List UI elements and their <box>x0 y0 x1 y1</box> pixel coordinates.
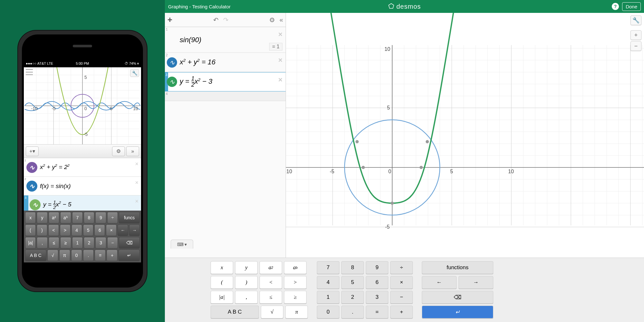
close-icon[interactable]: × <box>278 56 282 64</box>
key-4[interactable]: 4 <box>71 224 82 236</box>
menu-icon[interactable] <box>26 69 33 75</box>
key-square[interactable]: a2 <box>260 261 282 274</box>
key-funcs[interactable]: funcs <box>119 212 140 223</box>
key-3[interactable]: 3 <box>95 237 106 249</box>
key-2[interactable]: 2 <box>84 237 94 249</box>
wave-icon[interactable]: ∿ <box>167 77 177 87</box>
close-icon[interactable]: × <box>278 76 282 84</box>
key-square[interactable]: a² <box>49 212 59 223</box>
key-enter[interactable]: ↵ <box>118 250 140 261</box>
key-dot[interactable]: . <box>341 306 364 318</box>
key-functions[interactable]: functions <box>422 261 493 274</box>
key-pi[interactable]: π <box>59 250 70 261</box>
key-7[interactable]: 7 <box>317 261 339 274</box>
key-left[interactable]: ← <box>118 224 128 236</box>
key-0[interactable]: 0 <box>71 250 82 261</box>
redo-icon[interactable]: ↷ <box>223 16 229 24</box>
key-abc[interactable]: A B C <box>25 250 46 261</box>
add-expression-button[interactable]: +▾ <box>26 147 39 156</box>
key-power[interactable]: aᵇ <box>60 212 71 223</box>
key-abs[interactable]: |a| <box>211 291 233 304</box>
add-expression-button[interactable]: + <box>167 15 172 25</box>
key-enter[interactable]: ↵ <box>422 306 493 318</box>
key-5[interactable]: 5 <box>341 276 364 289</box>
key-lt[interactable]: < <box>260 276 282 289</box>
key-minus[interactable]: − <box>390 291 413 304</box>
key-ge[interactable]: ≥ <box>284 291 307 304</box>
expression-row[interactable]: 1 sin(90) × = 1 <box>165 27 286 53</box>
key-right[interactable]: → <box>459 276 493 289</box>
key-le[interactable]: ≤ <box>49 237 59 249</box>
expression-row-empty[interactable]: 4 <box>165 91 286 101</box>
key-plus[interactable]: + <box>107 250 118 261</box>
key-times[interactable]: × <box>106 224 117 236</box>
wave-icon[interactable]: ∿ <box>26 181 37 192</box>
wave-icon[interactable]: ∿ <box>26 162 37 173</box>
key-3[interactable]: 3 <box>366 291 388 304</box>
expression-row[interactable]: 3 ∿ y = 12x2 − 3 × <box>165 72 286 91</box>
undo-icon[interactable]: ↶ <box>213 16 219 24</box>
zoom-out-button[interactable]: − <box>630 41 641 51</box>
key-abs[interactable]: |a| <box>25 237 36 249</box>
key-rparen[interactable]: ) <box>235 276 258 289</box>
key-y[interactable]: y <box>37 212 47 223</box>
key-left[interactable]: ← <box>422 276 457 289</box>
key-y[interactable]: y <box>235 261 258 274</box>
key-2[interactable]: 2 <box>341 291 364 304</box>
key-9[interactable]: 9 <box>95 212 106 223</box>
key-eq[interactable]: = <box>95 250 106 261</box>
key-5[interactable]: 5 <box>83 224 94 236</box>
key-power[interactable]: ab <box>284 261 307 274</box>
collapse-sidebar-icon[interactable]: « <box>279 16 283 24</box>
keyboard-toggle[interactable]: ⌨ ▾ <box>171 240 193 249</box>
close-icon[interactable]: × <box>135 198 138 205</box>
wave-icon[interactable]: ∿ <box>30 199 41 210</box>
key-8[interactable]: 8 <box>84 212 94 223</box>
key-6[interactable]: 6 <box>366 276 388 289</box>
key-4[interactable]: 4 <box>317 276 339 289</box>
key-comma[interactable]: , <box>37 237 47 249</box>
key-divide[interactable]: ÷ <box>107 212 118 223</box>
key-7[interactable]: 7 <box>72 212 83 223</box>
key-gt[interactable]: > <box>60 224 71 236</box>
zoom-in-button[interactable]: + <box>630 30 641 40</box>
key-x[interactable]: x <box>211 261 233 274</box>
key-backspace[interactable]: ⌫ <box>119 237 140 249</box>
gear-icon[interactable]: ⚙ <box>112 147 125 156</box>
key-pi[interactable]: π <box>285 306 308 318</box>
key-comma[interactable]: , <box>235 291 258 304</box>
key-1[interactable]: 1 <box>72 237 83 249</box>
key-le[interactable]: ≤ <box>260 291 282 304</box>
key-ge[interactable]: ≥ <box>60 237 71 249</box>
key-8[interactable]: 8 <box>341 261 364 274</box>
collapse-icon[interactable]: » <box>126 147 139 156</box>
key-times[interactable]: × <box>390 276 413 289</box>
key-plus[interactable]: + <box>390 306 413 318</box>
key-divide[interactable]: ÷ <box>390 261 413 274</box>
key-x[interactable]: x <box>25 212 36 223</box>
gear-icon[interactable]: ⚙ <box>269 16 275 24</box>
key-9[interactable]: 9 <box>366 261 388 274</box>
key-eq[interactable]: = <box>366 306 388 318</box>
close-icon[interactable]: × <box>278 30 282 39</box>
key-sqrt[interactable]: √ <box>261 306 283 318</box>
key-sqrt[interactable]: √ <box>47 250 58 261</box>
done-button[interactable]: Done <box>622 2 641 11</box>
key-1[interactable]: 1 <box>317 291 339 304</box>
key-lt[interactable]: < <box>48 224 59 236</box>
wave-icon[interactable]: ∿ <box>167 57 177 68</box>
key-rparen[interactable]: ) <box>37 224 47 236</box>
key-6[interactable]: 6 <box>94 224 105 236</box>
key-minus[interactable]: − <box>107 237 118 249</box>
key-0[interactable]: 0 <box>317 306 339 318</box>
expression-row[interactable]: 1 ∿ x2 + y2 = 22 × <box>24 158 141 177</box>
close-icon[interactable]: × <box>135 161 138 167</box>
key-dot[interactable]: . <box>83 250 94 261</box>
help-icon[interactable]: ? <box>612 3 619 10</box>
key-abc[interactable]: A B C <box>211 306 259 318</box>
key-backspace[interactable]: ⌫ <box>422 291 493 304</box>
graph-canvas[interactable]: -10 -5 0 5 10 10 5 -5 🔧 + − <box>286 13 644 258</box>
graph-settings-icon[interactable]: 🔧 <box>630 15 641 25</box>
expression-row[interactable]: 2 ∿ f(x) = sin(x) × <box>24 177 141 195</box>
key-lparen[interactable]: ( <box>25 224 36 236</box>
